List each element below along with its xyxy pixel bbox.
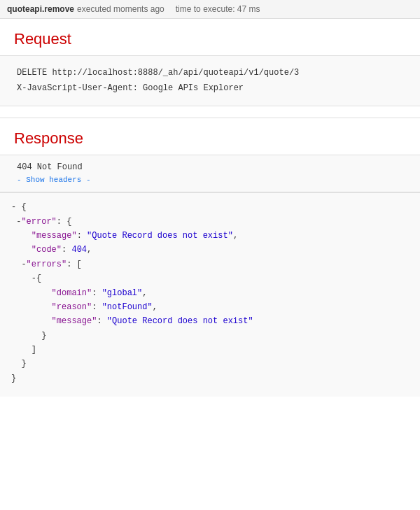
json-line-12: }	[11, 371, 409, 385]
request-header-value: Google APIs Explorer	[143, 83, 244, 93]
time-value: 47 ms	[237, 4, 260, 14]
request-header: X-JavaScript-User-Agent: Google APIs Exp…	[17, 81, 403, 97]
json-response-block: - { -"error": { "message": "Quote Record…	[0, 192, 420, 397]
time-label: time to execute:	[176, 4, 235, 14]
json-line-10: ]	[11, 343, 409, 357]
json-line-4: -"errors": [	[11, 257, 409, 271]
request-code-block: DELETE http://localhost:8888/_ah/api/quo…	[0, 55, 420, 106]
request-header-key: X-JavaScript-User-Agent:	[17, 83, 138, 93]
executed-text: executed moments ago	[77, 4, 164, 14]
request-title: Request	[0, 19, 420, 55]
status-line: 404 Not Found	[17, 162, 403, 172]
json-line-5: -{	[11, 271, 409, 285]
json-line-1: -"error": {	[11, 215, 409, 229]
json-line-11: }	[11, 357, 409, 371]
json-line-7: "reason": "notFound",	[11, 300, 409, 314]
response-title: Response	[0, 118, 420, 155]
json-line-9: }	[11, 329, 409, 343]
time-info: time to execute: 47 ms	[176, 4, 260, 14]
json-line-2: "message": "Quote Record does not exist"…	[11, 229, 409, 243]
json-line-6: "domain": "global",	[11, 286, 409, 300]
request-method: DELETE	[17, 68, 47, 78]
show-headers-link[interactable]: - Show headers -	[17, 176, 91, 184]
api-name: quoteapi.remove	[7, 4, 74, 14]
header-bar: quoteapi.remove executed moments ago tim…	[0, 0, 420, 19]
json-line-3: "code": 404,	[11, 243, 409, 257]
json-line-0[interactable]: - {	[11, 200, 409, 214]
request-method-url: DELETE http://localhost:8888/_ah/api/quo…	[17, 66, 403, 81]
request-section: Request DELETE http://localhost:8888/_ah…	[0, 19, 420, 118]
response-section: Response 404 Not Found - Show headers - …	[0, 118, 420, 404]
json-line-8: "message": "Quote Record does not exist"	[11, 314, 409, 328]
status-block: 404 Not Found - Show headers -	[0, 155, 420, 192]
